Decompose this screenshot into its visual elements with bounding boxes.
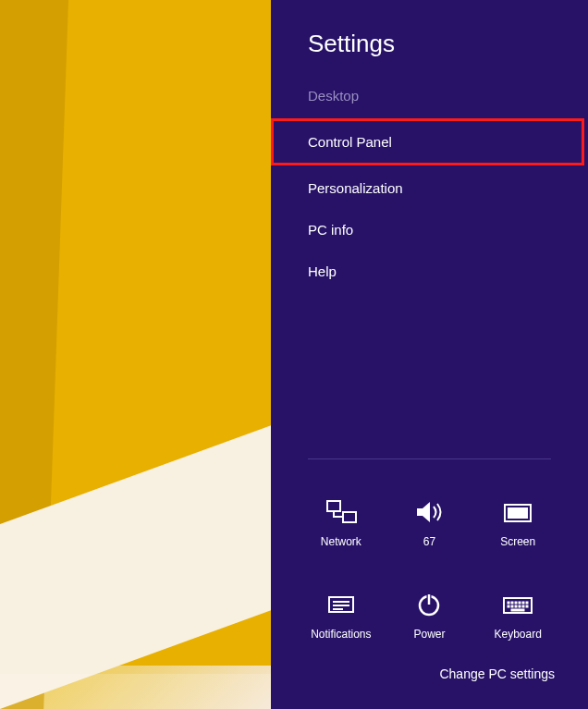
svg-rect-3 [508, 507, 528, 519]
svg-rect-21 [519, 605, 521, 607]
tile-network[interactable]: Network [297, 482, 386, 548]
network-icon [325, 498, 358, 526]
svg-rect-17 [526, 602, 528, 604]
keyboard-icon [501, 591, 534, 618]
change-pc-settings-link[interactable]: Change PC settings [271, 650, 588, 709]
svg-rect-18 [508, 605, 509, 607]
tile-power[interactable]: Power [386, 574, 474, 641]
svg-rect-16 [522, 602, 524, 604]
tile-label: 67 [423, 535, 435, 548]
quick-settings-tiles: Network 67 Screen [271, 482, 588, 650]
settings-charm-panel: Settings Desktop Control Panel Personali… [271, 0, 588, 709]
svg-rect-20 [515, 605, 517, 607]
tile-notifications[interactable]: Notifications [297, 574, 386, 641]
desktop-background [0, 0, 271, 709]
svg-rect-23 [526, 605, 528, 607]
tile-label: Screen [500, 535, 535, 548]
tile-keyboard[interactable]: Keyboard [473, 574, 562, 641]
svg-rect-22 [522, 605, 524, 607]
notifications-icon [325, 591, 358, 618]
menu-item-help[interactable]: Help [271, 251, 588, 292]
svg-rect-13 [511, 602, 513, 604]
svg-rect-0 [327, 501, 340, 511]
tile-label: Notifications [311, 628, 371, 641]
menu-item-control-panel[interactable]: Control Panel [271, 118, 584, 165]
svg-rect-15 [519, 602, 521, 604]
menu-item-personalization[interactable]: Personalization [271, 167, 588, 209]
svg-rect-14 [515, 602, 517, 604]
tile-volume[interactable]: 67 [386, 482, 474, 548]
power-icon [412, 591, 446, 618]
tile-screen[interactable]: Screen [473, 482, 562, 548]
tile-label: Keyboard [494, 628, 541, 641]
menu-item-desktop[interactable]: Desktop [271, 75, 588, 116]
taskbar[interactable] [0, 674, 271, 709]
svg-rect-12 [508, 602, 509, 604]
menu-item-pc-info[interactable]: PC info [271, 209, 588, 251]
screen-icon [501, 498, 534, 526]
settings-title: Settings [271, 0, 588, 75]
svg-rect-24 [511, 609, 524, 611]
volume-icon [412, 498, 446, 526]
svg-rect-19 [511, 605, 513, 607]
divider [308, 458, 551, 459]
tile-label: Power [413, 628, 445, 641]
tile-label: Network [321, 535, 361, 548]
svg-rect-1 [343, 512, 356, 522]
settings-menu: Desktop Control Panel Personalization PC… [271, 75, 588, 292]
